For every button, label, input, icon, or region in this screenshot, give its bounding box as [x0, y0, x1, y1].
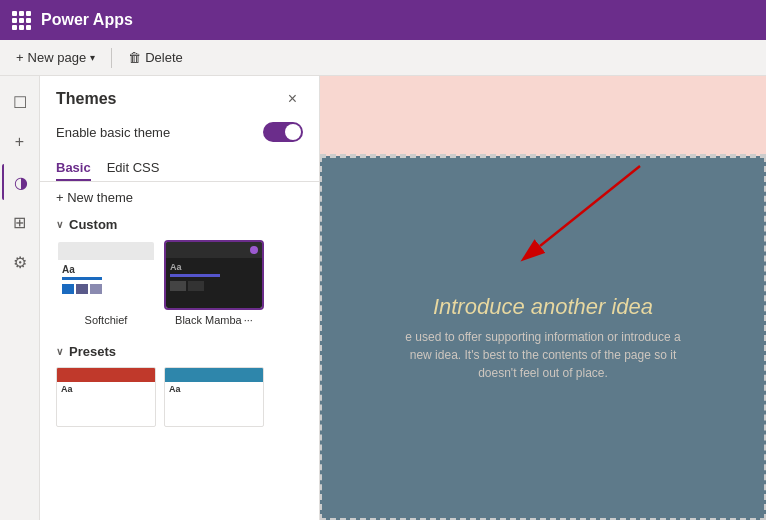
- app-title: Power Apps: [41, 11, 133, 29]
- chevron-down-icon: ∨: [56, 346, 63, 357]
- main-layout: ☐ + ◑ ⊞ ⚙ Themes × Enable basic theme Ba…: [0, 76, 766, 520]
- tab-basic[interactable]: Basic: [56, 154, 91, 181]
- canvas-area: Introduce another idea e used to offer s…: [320, 76, 766, 520]
- panel-close-button[interactable]: ×: [282, 88, 303, 110]
- black-mamba-preview: Aa: [164, 240, 264, 310]
- enable-theme-toggle[interactable]: [263, 122, 303, 142]
- theme-card-preset-2[interactable]: Aa: [164, 367, 264, 427]
- toolbar: + New page ▾ 🗑 Delete: [0, 40, 766, 76]
- chevron-down-icon: ▾: [90, 52, 95, 63]
- icon-sidebar: ☐ + ◑ ⊞ ⚙: [0, 76, 40, 520]
- preset-1-preview: Aa: [56, 367, 156, 427]
- sidebar-item-table[interactable]: ⊞: [2, 204, 38, 240]
- panel-title: Themes: [56, 90, 116, 108]
- tab-edit-css[interactable]: Edit CSS: [107, 154, 160, 181]
- theme-card-softchief[interactable]: Aa Softchief: [56, 240, 156, 328]
- themes-panel: Themes × Enable basic theme Basic Edit C…: [40, 76, 320, 520]
- panel-scroll[interactable]: + New theme ∨ Custom Aa: [40, 182, 319, 520]
- plus-icon: +: [16, 50, 24, 65]
- canvas-gray-section: Introduce another idea e used to offer s…: [320, 156, 766, 520]
- new-page-button[interactable]: + New page ▾: [8, 46, 103, 69]
- presets-section-label: Presets: [69, 344, 116, 359]
- chevron-down-icon: ∨: [56, 219, 63, 230]
- page-icon: ☐: [13, 93, 27, 112]
- delete-button[interactable]: 🗑 Delete: [120, 46, 191, 69]
- apps-icon[interactable]: [12, 11, 31, 30]
- theme-card-preset-1[interactable]: Aa: [56, 367, 156, 427]
- softchief-preview: Aa: [56, 240, 156, 310]
- table-icon: ⊞: [13, 213, 26, 232]
- introduce-title: Introduce another idea: [433, 294, 653, 320]
- new-theme-button[interactable]: + New theme: [40, 182, 149, 213]
- preset-2-preview: Aa: [164, 367, 264, 427]
- introduce-text: e used to offer supporting information o…: [403, 328, 683, 382]
- panel-tabs: Basic Edit CSS: [40, 154, 319, 182]
- panel-header: Themes ×: [40, 76, 319, 118]
- topbar: Power Apps: [0, 0, 766, 40]
- black-mamba-label: Black Mamba ···: [164, 310, 264, 328]
- toggle-label: Enable basic theme: [56, 125, 170, 140]
- presets-themes-grid: Aa Aa: [40, 367, 319, 439]
- canvas-pink-section: [320, 76, 766, 156]
- theme-icon: ◑: [14, 173, 28, 192]
- toolbar-separator: [111, 48, 112, 68]
- sidebar-item-theme[interactable]: ◑: [2, 164, 38, 200]
- add-icon: +: [15, 133, 24, 151]
- theme-card-black-mamba[interactable]: Aa Black Mamba ···: [164, 240, 264, 328]
- softchief-label: Softchief: [56, 310, 156, 328]
- trash-icon: 🗑: [128, 50, 141, 65]
- custom-section-header[interactable]: ∨ Custom: [40, 213, 319, 240]
- sidebar-item-settings[interactable]: ⚙: [2, 244, 38, 280]
- delete-label: Delete: [145, 50, 183, 65]
- custom-section-label: Custom: [69, 217, 117, 232]
- toggle-row: Enable basic theme: [40, 118, 319, 154]
- custom-themes-grid: Aa Softchief: [40, 240, 319, 340]
- settings-icon: ⚙: [13, 253, 27, 272]
- more-options-icon[interactable]: ···: [244, 314, 253, 326]
- sidebar-item-add[interactable]: +: [2, 124, 38, 160]
- presets-section-header[interactable]: ∨ Presets: [40, 340, 319, 367]
- new-page-label: New page: [28, 50, 87, 65]
- sidebar-item-page[interactable]: ☐: [2, 84, 38, 120]
